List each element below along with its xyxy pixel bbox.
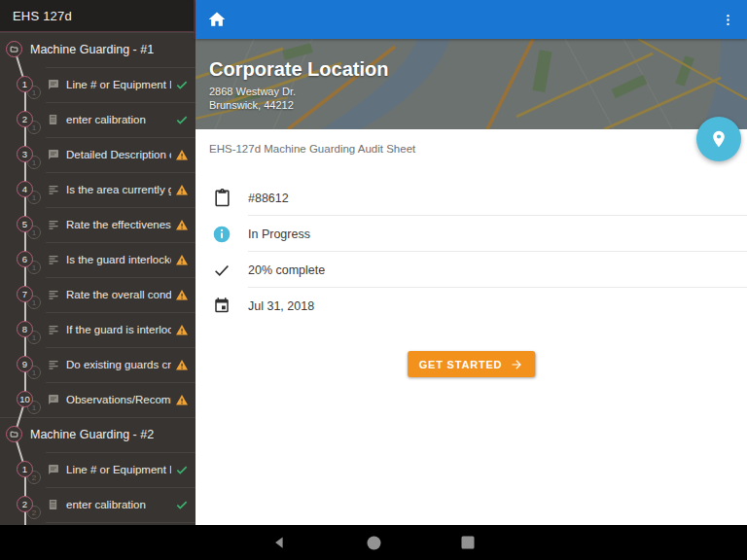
warning-icon bbox=[175, 394, 189, 406]
arrow-right-icon bbox=[510, 358, 523, 371]
section-label: Machine Guarding - #1 bbox=[0, 43, 154, 56]
question-number-circle: 9 bbox=[17, 356, 33, 372]
question-item[interactable]: 110Observations/Recomm bbox=[0, 382, 196, 417]
folder-icon bbox=[10, 45, 18, 53]
question-item[interactable]: 22enter calibration bbox=[0, 487, 196, 522]
question-label: Detailed Description of bbox=[66, 149, 171, 160]
question-number-circle: 8 bbox=[17, 321, 33, 337]
question-number-circle: 4 bbox=[17, 181, 33, 197]
check-status-icon bbox=[175, 498, 189, 511]
check-status-icon bbox=[175, 113, 189, 126]
warning-icon bbox=[175, 184, 189, 196]
question-number-circle: 7 bbox=[17, 286, 33, 302]
map-image[interactable]: Corporate Location 2868 Westway Dr. Brun… bbox=[196, 39, 747, 129]
question-number-circle: 6 bbox=[17, 251, 33, 267]
list-icon bbox=[47, 359, 59, 370]
question-item[interactable]: 11Line # or Equipment ID/ bbox=[0, 67, 196, 102]
warning-icon bbox=[175, 254, 189, 266]
section-label: Machine Guarding - #2 bbox=[0, 428, 154, 441]
audit-row-value: Jul 31, 2018 bbox=[248, 299, 314, 313]
warning-icon bbox=[175, 289, 189, 301]
question-number-circle: 5 bbox=[17, 216, 33, 232]
location-address: 2868 Westway Dr. Brunswick, 44212 bbox=[209, 86, 388, 113]
android-nav-bar bbox=[0, 525, 747, 560]
warning-icon bbox=[175, 324, 189, 336]
question-item[interactable]: 21Line # or Equipment ID/ bbox=[0, 452, 196, 487]
get-started-button[interactable]: GET STARTED bbox=[408, 351, 536, 377]
question-item[interactable]: 13Detailed Description of bbox=[0, 137, 196, 172]
list-icon bbox=[47, 254, 59, 265]
folder-circle bbox=[6, 426, 22, 442]
address-line-1: 2868 Westway Dr. bbox=[209, 86, 388, 99]
question-item[interactable]: 14Is the area currently gu bbox=[0, 172, 196, 207]
home-circle-icon[interactable] bbox=[367, 536, 381, 550]
warning-icon bbox=[175, 149, 189, 161]
audit-row-icon-cell bbox=[196, 225, 248, 244]
check-status-icon bbox=[175, 463, 189, 476]
recents-square-icon[interactable] bbox=[461, 536, 475, 549]
comment-icon bbox=[47, 79, 59, 90]
check-status-icon bbox=[175, 78, 189, 91]
question-label: Rate the effectiveness bbox=[66, 219, 171, 230]
question-item[interactable]: 17Rate the overall conditi bbox=[0, 277, 196, 312]
address-line-2: Brunswick, 44212 bbox=[209, 99, 388, 113]
calendar-icon bbox=[213, 297, 231, 315]
comment-icon bbox=[47, 394, 59, 405]
audit-row-icon-cell bbox=[196, 262, 248, 279]
question-label: enter calibration bbox=[66, 499, 171, 510]
list-icon bbox=[47, 324, 59, 335]
check-icon bbox=[213, 262, 231, 279]
comment-icon bbox=[47, 149, 59, 160]
location-name: Corporate Location bbox=[209, 58, 388, 81]
question-number-circle: 2 bbox=[17, 496, 33, 512]
app-screen: EHS 127d Machine Guarding - #111Line # o… bbox=[0, 0, 747, 560]
question-number-circle: 2 bbox=[17, 111, 33, 127]
question-item[interactable]: 16Is the guard interlocked bbox=[0, 242, 196, 277]
question-item[interactable]: 12enter calibration bbox=[0, 102, 196, 137]
back-icon[interactable] bbox=[272, 535, 287, 550]
question-number-circle: 10 bbox=[17, 391, 33, 407]
audit-info-row: Jul 31, 2018 bbox=[196, 288, 747, 324]
location-pin-fab[interactable] bbox=[696, 117, 741, 161]
info-icon bbox=[212, 225, 231, 244]
question-number-circle: 3 bbox=[17, 146, 33, 162]
question-item[interactable]: 15Rate the effectiveness bbox=[0, 207, 196, 242]
audit-info-row: 20% complete bbox=[196, 252, 747, 288]
audit-row-icon-cell bbox=[196, 188, 248, 208]
audit-info-list: #88612In Progress20% completeJul 31, 201… bbox=[196, 180, 747, 324]
section-header[interactable]: Machine Guarding - #1 bbox=[0, 32, 196, 67]
question-label: If the guard is interlock bbox=[66, 324, 171, 335]
audit-info-row: In Progress bbox=[196, 216, 747, 252]
question-number-circle: 1 bbox=[17, 461, 33, 477]
warning-icon bbox=[175, 219, 189, 231]
question-label: Is the area currently gu bbox=[66, 184, 171, 195]
audit-row-value: #88612 bbox=[248, 192, 289, 205]
question-item[interactable]: 19Do existing guards crea bbox=[0, 347, 196, 382]
sidebar-question-list: Machine Guarding - #111Line # or Equipme… bbox=[0, 32, 196, 525]
section-header[interactable]: Machine Guarding - #2 bbox=[0, 417, 196, 452]
app-bar bbox=[196, 0, 747, 39]
calculator-icon bbox=[47, 499, 59, 510]
list-icon bbox=[47, 184, 59, 195]
question-label: Is the guard interlocked bbox=[66, 254, 171, 265]
audit-info-row: #88612 bbox=[196, 180, 747, 216]
clipboard-icon bbox=[213, 188, 231, 208]
question-label: Observations/Recomm bbox=[66, 394, 171, 405]
question-label: Rate the overall conditi bbox=[66, 289, 171, 300]
question-item[interactable]: 18If the guard is interlock bbox=[0, 312, 196, 347]
home-icon[interactable] bbox=[207, 10, 227, 29]
calculator-icon bbox=[47, 114, 59, 125]
warning-icon bbox=[175, 359, 189, 371]
get-started-label: GET STARTED bbox=[419, 359, 503, 370]
list-icon bbox=[47, 219, 59, 230]
audit-sheet-title: EHS-127d Machine Guarding Audit Sheet bbox=[209, 143, 415, 155]
kebab-menu-icon[interactable] bbox=[721, 13, 735, 27]
question-sidebar: EHS 127d Machine Guarding - #111Line # o… bbox=[0, 0, 196, 525]
audit-row-value: 20% complete bbox=[248, 263, 325, 277]
sidebar-title: EHS 127d bbox=[0, 0, 196, 32]
folder-icon bbox=[10, 430, 18, 438]
audit-row-icon-cell bbox=[196, 297, 248, 315]
location-info: Corporate Location 2868 Westway Dr. Brun… bbox=[209, 58, 388, 113]
question-label: Line # or Equipment ID/ bbox=[66, 79, 171, 90]
question-label: Line # or Equipment ID/ bbox=[66, 464, 171, 475]
